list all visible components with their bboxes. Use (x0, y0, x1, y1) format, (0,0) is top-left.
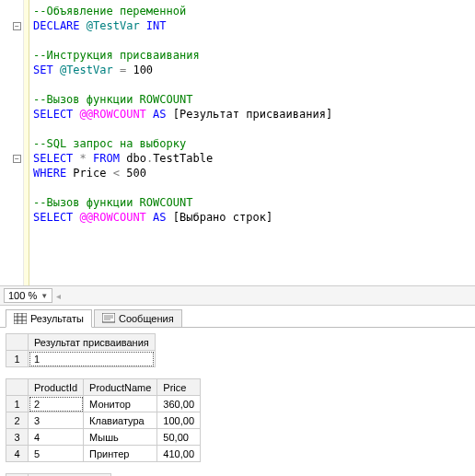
code-variable: @TestVar (60, 64, 113, 76)
code-alias: [Результат присваивания] (173, 108, 332, 121)
cell[interactable]: 3 (29, 412, 84, 429)
editor-gutter: − − (0, 0, 24, 285)
row-number: 1 (6, 351, 29, 367)
code-comment: --Вызов функции ROWCOUNT (33, 93, 192, 106)
table-row[interactable]: 4 5 Принтер 410,00 (6, 446, 201, 462)
code-number: 500 (126, 167, 146, 180)
fold-icon[interactable]: − (13, 22, 21, 30)
zoom-bar: 100 % ▼ ◂ (0, 285, 475, 306)
result-grid-1[interactable]: Результат присваивания 1 1 (6, 333, 156, 367)
code-schema: dbo (126, 152, 146, 165)
cell[interactable]: Мышь (84, 429, 157, 446)
code-comment: --SQL запрос на выборку (33, 137, 186, 150)
cell[interactable]: 100,00 (157, 412, 201, 429)
result-grid-2[interactable]: ProductId ProductName Price 1 2 Монитор … (6, 378, 201, 462)
row-number: 1 (6, 396, 29, 412)
column-header[interactable]: Результат присваивания (29, 334, 156, 351)
code-alias: [Выбрано строк] (173, 211, 272, 224)
grid-icon (14, 313, 27, 324)
code-table: TestTable (153, 152, 213, 165)
tab-results[interactable]: Результаты (6, 309, 92, 328)
code-keyword: AS (153, 108, 166, 121)
cell[interactable]: 1 (29, 351, 156, 367)
row-number: 2 (6, 412, 29, 429)
code-column: Price (73, 167, 106, 180)
zoom-value: 100 % (8, 290, 37, 301)
code-keyword: SELECT (33, 152, 73, 165)
row-number: 4 (6, 446, 29, 462)
code-area[interactable]: --Объявление переменной DECLARE @TestVar… (29, 0, 475, 285)
table-row[interactable]: 2 3 Клавиатура 100,00 (6, 412, 201, 429)
code-comment: --Инструкция присваивания (33, 49, 200, 62)
sql-editor: − − --Объявление переменной DECLARE @Tes… (0, 0, 475, 285)
cell[interactable]: 2 (29, 396, 84, 412)
cell[interactable]: Монитор (84, 396, 157, 412)
cell[interactable]: 410,00 (157, 446, 201, 462)
zoom-dropdown[interactable]: 100 % ▼ (4, 288, 52, 303)
code-keyword: SELECT (33, 211, 73, 224)
cell[interactable]: 4 (29, 429, 84, 446)
tab-results-label: Результаты (30, 313, 84, 324)
table-row[interactable]: 1 1 (6, 351, 156, 367)
table-row[interactable]: 1 2 Монитор 360,00 (6, 396, 201, 412)
tab-messages-label: Сообщения (119, 313, 174, 324)
code-keyword: SET (33, 64, 53, 76)
tab-messages[interactable]: Сообщения (94, 309, 182, 328)
row-number: 3 (6, 429, 29, 446)
cell[interactable]: 360,00 (157, 396, 201, 412)
svg-rect-0 (14, 313, 27, 324)
code-comment: --Объявление переменной (33, 5, 186, 17)
code-keyword: SELECT (33, 108, 73, 121)
code-star: * (80, 152, 87, 165)
code-sysvar: @@ROWCOUNT (80, 211, 146, 224)
code-number: 100 (133, 64, 153, 76)
grid-corner (6, 379, 29, 396)
cell[interactable]: Принтер (84, 446, 157, 462)
code-operator: < (113, 167, 120, 180)
code-keyword: AS (153, 211, 166, 224)
code-comment: --Вызов функции ROWCOUNT (33, 196, 192, 209)
code-variable: @TestVar (87, 19, 140, 32)
cell[interactable]: 50,00 (157, 429, 201, 446)
column-header[interactable]: ProductName (84, 379, 157, 396)
table-row[interactable]: 3 4 Мышь 50,00 (6, 429, 201, 446)
code-keyword: WHERE (33, 167, 66, 180)
chevron-down-icon: ▼ (41, 292, 48, 300)
code-operator: = (120, 64, 126, 76)
code-keyword: FROM (93, 152, 120, 165)
code-sysvar: @@ROWCOUNT (80, 108, 146, 121)
cell[interactable]: 5 (29, 446, 84, 462)
messages-icon (102, 313, 115, 324)
code-keyword: INT (146, 19, 167, 32)
column-header[interactable]: Price (157, 379, 201, 396)
grid-corner (6, 334, 29, 351)
results-pane: Результат присваивания 1 1 ProductId Pro… (0, 328, 475, 476)
results-tabs: Результаты Сообщения (0, 306, 475, 328)
fold-icon[interactable]: − (13, 155, 21, 163)
scroll-left-icon[interactable]: ◂ (56, 291, 67, 301)
code-keyword: DECLARE (33, 19, 80, 32)
column-header[interactable]: ProductId (29, 379, 84, 396)
cell[interactable]: Клавиатура (84, 412, 157, 429)
